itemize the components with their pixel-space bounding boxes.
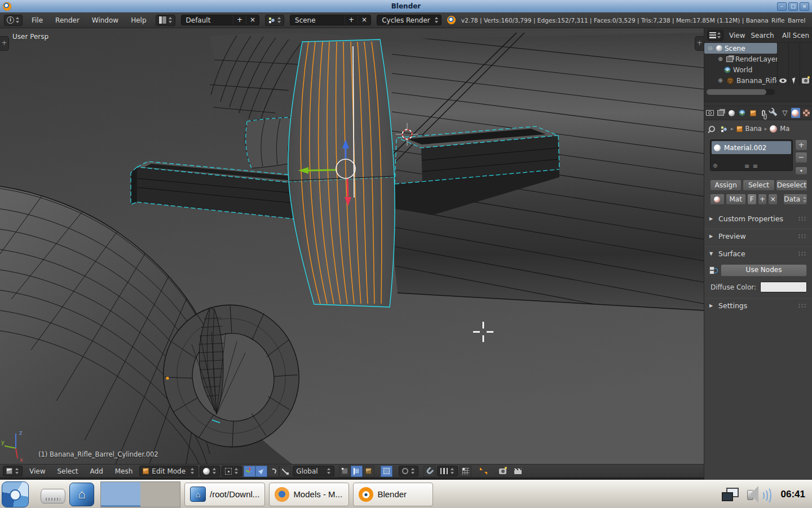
tab-constraints[interactable] xyxy=(759,108,768,118)
panel-title[interactable]: Preview xyxy=(718,232,746,240)
restrict-view-toggle[interactable] xyxy=(777,75,788,86)
tab-object-data[interactable]: ▽ xyxy=(780,108,789,118)
scene-name[interactable]: Scene xyxy=(290,16,345,24)
panel-drag-dots[interactable] xyxy=(798,303,807,308)
select-button[interactable]: Select xyxy=(743,179,774,191)
menu-select[interactable]: Select xyxy=(52,467,83,475)
vertex-select-mode-button[interactable] xyxy=(339,466,351,477)
assign-button[interactable]: Assign xyxy=(710,179,742,191)
restrict-select-toggle[interactable] xyxy=(788,75,800,86)
file-manager-button[interactable]: ⌂ xyxy=(69,483,94,506)
drive-icon[interactable] xyxy=(41,489,65,503)
app-launcher-button[interactable] xyxy=(2,481,29,507)
snap-target-grid-button[interactable] xyxy=(460,466,471,477)
panel-preview[interactable]: ▶ Preview xyxy=(704,229,812,243)
tab-scene[interactable] xyxy=(727,108,736,118)
region-expand-tab-right[interactable]: + xyxy=(695,36,704,51)
3d-viewport[interactable]: z y x User Persp (1) Banana_Rifle_Barrel… xyxy=(0,28,704,464)
outliner-item-label[interactable]: RenderLayers xyxy=(735,55,777,63)
add-material-slot-button[interactable]: + xyxy=(795,139,807,151)
edge-select-mode-button[interactable] xyxy=(351,466,363,477)
tab-world[interactable] xyxy=(738,108,747,118)
scene-name-field[interactable]: Scene + × xyxy=(290,15,371,25)
menu-mesh[interactable]: Mesh xyxy=(110,467,138,475)
snap-toggle-button[interactable] xyxy=(423,466,435,477)
outliner-scrollbar[interactable] xyxy=(707,89,775,95)
use-nodes-button[interactable]: Use Nodes xyxy=(721,264,807,277)
tab-texture[interactable] xyxy=(802,108,811,118)
layout-name-field[interactable]: Default + × xyxy=(181,15,260,25)
breadcrumb-material[interactable]: Ma xyxy=(780,125,789,133)
menu-help[interactable]: Help xyxy=(131,16,146,24)
menu-window[interactable]: Window xyxy=(92,16,118,24)
taskbar-window-blender[interactable]: Blender xyxy=(353,483,433,506)
restrict-render-toggle[interactable] xyxy=(800,75,811,86)
panel-surface[interactable]: ▼ Surface xyxy=(704,246,812,260)
editor-type-button[interactable] xyxy=(707,30,723,41)
mode-selector[interactable]: Edit Mode xyxy=(139,466,198,476)
editor-divider[interactable] xyxy=(704,102,812,106)
deselect-button[interactable]: Deselect xyxy=(776,179,807,191)
workspace-1[interactable] xyxy=(101,482,140,507)
material-specials-button[interactable]: ▾ xyxy=(795,167,807,175)
unlink-material-button[interactable]: × xyxy=(768,194,778,205)
add-scene-button[interactable]: + xyxy=(345,15,358,25)
menu-file[interactable]: File xyxy=(32,16,43,24)
breadcrumb-object[interactable]: Bana xyxy=(745,125,762,133)
add-layout-button[interactable]: + xyxy=(233,15,246,25)
fake-user-button[interactable]: F xyxy=(747,194,757,205)
panel-custom-properties[interactable]: ▶ Custom Properties xyxy=(704,212,812,225)
outliner-item-label[interactable]: Scene xyxy=(725,45,745,52)
pin-icon[interactable] xyxy=(708,124,716,133)
opengl-render-animation-button[interactable] xyxy=(511,466,524,477)
panel-drag-dots[interactable] xyxy=(798,216,807,221)
mesh-front-pin[interactable] xyxy=(245,117,294,168)
translate-manipulator-button[interactable] xyxy=(255,466,267,477)
panel-title[interactable]: Surface xyxy=(718,249,745,258)
face-select-mode-button[interactable] xyxy=(363,466,374,477)
browse-material-button[interactable] xyxy=(710,194,725,205)
mesh-selected-cylinder-band[interactable] xyxy=(288,40,395,307)
render-engine-select[interactable]: Cycles Render xyxy=(377,15,442,25)
tab-modifiers[interactable] xyxy=(770,108,779,118)
manipulate-center-points-button[interactable] xyxy=(478,466,489,477)
proportional-edit-selector[interactable] xyxy=(399,466,418,476)
editor-type-button[interactable] xyxy=(3,466,23,476)
tab-object[interactable] xyxy=(748,108,757,118)
editor-type-button[interactable]: i xyxy=(4,15,23,26)
collapse-icon[interactable]: ⊖ xyxy=(707,45,714,51)
panel-drag-dots[interactable] xyxy=(798,251,807,256)
display-tray-icon[interactable] xyxy=(721,487,740,502)
tab-render-layers[interactable] xyxy=(716,108,725,118)
limit-selection-visible-button[interactable] xyxy=(381,466,392,477)
scale-manipulator-button[interactable] xyxy=(279,466,291,477)
taskbar-window-firefox[interactable]: Models - M... xyxy=(269,483,349,506)
region-expand-tab-left[interactable]: + xyxy=(0,36,9,51)
list-resize-grip[interactable]: ≡ ≡ xyxy=(710,163,792,170)
maximize-button[interactable]: □ xyxy=(788,2,798,11)
outliner-row-object[interactable]: ⊕ ▽ Banana_Rifle_ xyxy=(704,75,812,86)
menu-render[interactable]: Render xyxy=(55,16,80,24)
panel-title[interactable]: Settings xyxy=(718,301,747,310)
workspace-2[interactable] xyxy=(140,482,180,507)
pivot-point-selector[interactable] xyxy=(222,466,242,476)
viewport-shading-selector[interactable] xyxy=(200,466,220,476)
link-data-selector[interactable]: Data xyxy=(783,194,807,205)
3d-viewport-canvas[interactable]: z y x xyxy=(0,28,704,464)
outliner-row-scene[interactable]: ⊖ Scene xyxy=(704,43,812,54)
expand-icon[interactable]: ⊕ xyxy=(717,56,724,62)
taskbar-window-file-manager[interactable]: ⌂ /root/Downl... xyxy=(184,483,265,506)
material-slot-active[interactable]: Material.002 xyxy=(712,141,791,154)
outliner-item-label[interactable]: Banana_Rifle_ xyxy=(736,77,777,85)
layout-name[interactable]: Default xyxy=(182,16,233,24)
diffuse-color-swatch[interactable] xyxy=(760,282,807,292)
outliner-row-renderlayers[interactable]: ⊕ RenderLayers xyxy=(704,54,812,64)
delete-scene-button[interactable]: × xyxy=(358,15,370,25)
panel-title[interactable]: Custom Properties xyxy=(718,214,783,223)
scene-browse-button[interactable] xyxy=(265,15,284,26)
transform-orientation-selector[interactable]: Global xyxy=(293,466,334,476)
outliner-row-world[interactable]: World xyxy=(704,64,812,75)
close-button[interactable]: × xyxy=(800,2,809,11)
tab-render[interactable] xyxy=(705,108,714,118)
panel-drag-dots[interactable] xyxy=(798,234,807,239)
